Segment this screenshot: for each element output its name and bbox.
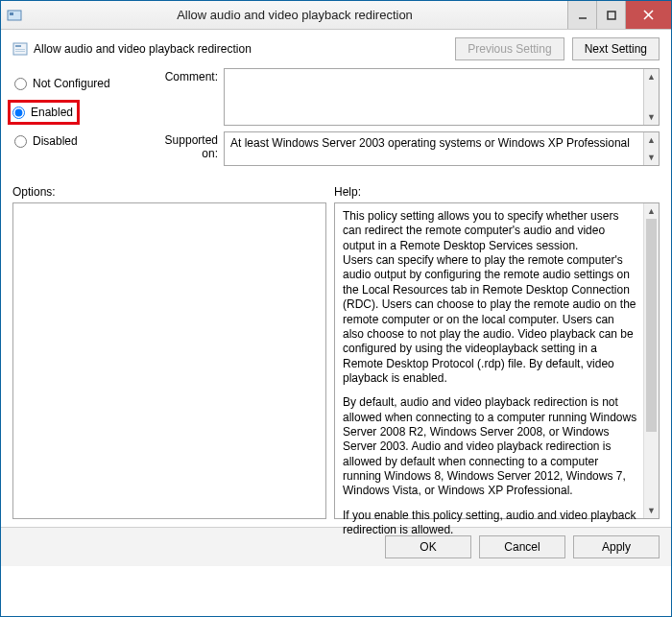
help-label: Help: [334, 185, 361, 199]
gpo-icon [7, 8, 22, 23]
scroll-down-icon[interactable]: ▼ [644, 109, 659, 125]
supported-label: Supported on: [152, 131, 224, 160]
radio-disabled-input[interactable] [14, 135, 27, 148]
svg-rect-3 [608, 12, 615, 19]
help-panel: This policy setting allows you to specif… [334, 202, 660, 519]
radio-enabled-input[interactable] [12, 107, 25, 119]
window-controls [567, 1, 671, 29]
maximize-button[interactable] [596, 1, 625, 29]
comment-scrollbar[interactable]: ▲ ▼ [643, 69, 659, 125]
window-title: Allow audio and video playback redirecti… [22, 8, 567, 22]
svg-rect-7 [15, 45, 21, 47]
next-setting-button[interactable]: Next Setting [572, 37, 660, 60]
options-label: Options: [12, 185, 334, 199]
supported-scrollbar[interactable]: ▲ ▼ [643, 132, 659, 165]
previous-setting-button[interactable]: Previous Setting [455, 37, 564, 60]
policy-icon [12, 41, 28, 57]
supported-on-text: At least Windows Server 2003 operating s… [230, 136, 630, 150]
titlebar: Allow audio and video playback redirecti… [1, 1, 671, 30]
radio-not-configured-input[interactable] [14, 78, 27, 90]
help-text: This policy setting allows you to specif… [335, 203, 659, 544]
svg-rect-8 [15, 49, 25, 50]
close-button[interactable] [625, 1, 671, 29]
help-scrollbar[interactable]: ▲ ▼ [643, 203, 659, 518]
comment-textarea[interactable]: ▲ ▼ [224, 68, 660, 126]
svg-rect-1 [10, 12, 13, 15]
policy-name: Allow audio and video playback redirecti… [34, 42, 252, 56]
scroll-up-icon[interactable]: ▲ [644, 203, 659, 219]
options-panel [12, 202, 326, 519]
radio-not-configured[interactable]: Not Configured [12, 74, 152, 93]
state-radios: Not Configured Enabled Disabled [12, 68, 152, 160]
scroll-up-icon[interactable]: ▲ [644, 69, 659, 84]
scroll-up-icon[interactable]: ▲ [644, 132, 659, 148]
svg-rect-9 [15, 51, 25, 52]
scrollbar-thumb[interactable] [646, 219, 657, 432]
supported-on-box: At least Windows Server 2003 operating s… [224, 131, 660, 166]
radio-disabled[interactable]: Disabled [12, 131, 152, 151]
scroll-down-icon[interactable]: ▼ [644, 503, 659, 518]
radio-enabled[interactable]: Enabled [11, 103, 73, 122]
comment-label: Comment: [152, 68, 224, 83]
scroll-down-icon[interactable]: ▼ [644, 150, 659, 165]
minimize-button[interactable] [567, 1, 596, 29]
